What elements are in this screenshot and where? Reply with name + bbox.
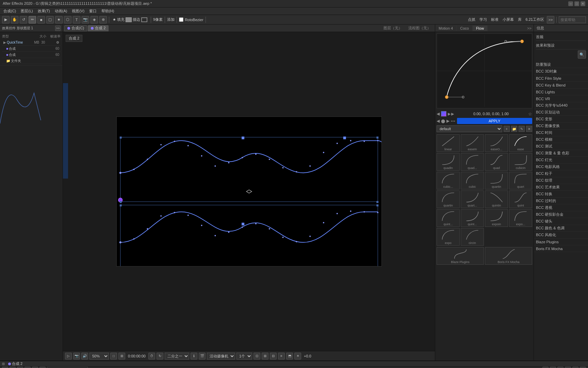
plugin-bcc-warp[interactable]: BCC 变形 [534, 116, 588, 123]
tl-btn-solo[interactable]: ◎ [2, 367, 8, 368]
tool-shape3[interactable]: ⬡ [64, 16, 71, 24]
menu-view[interactable]: 视图(V) [70, 8, 86, 14]
tool-text[interactable]: T [73, 16, 80, 24]
preset-folder[interactable]: 📁 [511, 126, 517, 132]
tl-btn-transfer[interactable]: ⇄ [542, 367, 549, 368]
preset-quad[interactable]: quad [485, 153, 508, 171]
menu-window[interactable]: 窗口 [87, 8, 99, 14]
action-small-screen[interactable]: 小屏幕 [501, 17, 515, 22]
search-input[interactable] [559, 16, 586, 23]
qt-options[interactable]: ⚙ [56, 41, 59, 44]
color-left-arrow[interactable]: ◀ [437, 111, 440, 116]
plugin-bcc-optics[interactable]: BCC 光学专\u5440 [534, 102, 588, 109]
viewer-btn-refresh[interactable]: ↻ [157, 353, 163, 359]
tl-btn-labels[interactable]: 🏷 [17, 367, 23, 368]
plugin-bcc-legacy[interactable]: BCC 过时的 [534, 198, 588, 204]
plugin-bcc-transition[interactable]: BCC 转换 [534, 191, 588, 198]
viewer-btn-audio[interactable]: 🔊 [81, 353, 88, 359]
stroke-swatch[interactable] [141, 17, 147, 22]
tab-composition[interactable]: 合成(C) [64, 25, 87, 31]
left-panel-expand[interactable]: >> [55, 26, 61, 31]
preset-expoout[interactable]: expo... [509, 209, 532, 227]
apply-button[interactable]: APPLY [457, 118, 532, 124]
viewer-btn-view1[interactable]: ⊡ [254, 353, 260, 359]
plugin-bcc-art[interactable]: BCC 艺术效果 [534, 184, 588, 191]
preset-quart[interactable]: quart [509, 172, 532, 189]
project-comp1[interactable]: ■ 合成 60 [2, 46, 61, 52]
zoom-select[interactable]: 50% 100% 25% [89, 353, 109, 359]
preset-quint[interactable]: quint [509, 190, 532, 208]
preset-linear[interactable]: linear [437, 134, 460, 152]
preset-ease[interactable]: ease [509, 134, 532, 152]
action-standard[interactable]: 标准 [490, 17, 500, 22]
tl-btn-keys[interactable]: ◆ [557, 367, 564, 368]
preset-quartin2[interactable]: quartin [437, 190, 460, 208]
tool-shape2[interactable]: ▢ [46, 16, 54, 24]
tab-coco[interactable]: Coco [457, 26, 473, 31]
project-folder[interactable]: 📁 文件夹 [2, 58, 61, 64]
viewer-btn-screenshot[interactable]: 📷 [73, 353, 80, 359]
tool-rotate[interactable]: ↺ [20, 16, 27, 24]
project-comp2[interactable]: ■ 合成 60 [2, 52, 61, 58]
plugin-bcc-key[interactable]: BCC Key & Blend [534, 82, 588, 89]
close-btn[interactable]: ✕ [581, 1, 585, 6]
preset-easein[interactable]: easeIn [461, 134, 484, 152]
preset-add[interactable]: + [504, 126, 510, 132]
plugin-bcc-blur[interactable]: BCC 模糊 [534, 136, 588, 143]
menu-help[interactable]: 帮助(H) [99, 8, 116, 14]
camera-select[interactable]: 活动摄像机 [207, 353, 235, 359]
corner-tl[interactable] [119, 137, 121, 139]
preset-quintin[interactable]: quintin [485, 190, 508, 208]
viewer-btn-clock[interactable]: ⏱ [148, 353, 155, 359]
timeline-search[interactable] [47, 367, 88, 368]
tl-btn-lock[interactable]: 🔒 [10, 367, 16, 368]
action-library[interactable]: 库 [517, 17, 523, 22]
apply-right[interactable]: ▶ [446, 119, 450, 123]
tl-btn-stretch[interactable]: ↔ [572, 367, 578, 368]
plugin-bcc-light2[interactable]: BCC 灯光 [534, 157, 588, 164]
tl-btn-shy[interactable]: ⊘ [39, 367, 46, 368]
effects-search-btn[interactable]: 🔍 [578, 50, 586, 59]
project-quicktime[interactable]: ▶ QuickTime MB 30 ⚙ [2, 40, 61, 46]
plugin-bcc-texture[interactable]: BCC 纹理 [534, 177, 588, 184]
preset-quartout[interactable]: quart... [461, 190, 484, 208]
viewer-btn-fit[interactable]: □ [110, 353, 117, 359]
tool-shape1[interactable]: ■ [37, 16, 45, 24]
color-swatch[interactable] [441, 111, 446, 117]
plugin-bcc-lights[interactable]: BCC Lights [534, 89, 588, 95]
preset-cubicin[interactable]: cubicIn [509, 153, 532, 171]
apply-left[interactable]: ◀ [437, 119, 440, 123]
color-down-arrow[interactable]: ▶ [451, 112, 454, 116]
plugin-bcc-film2[interactable]: BCC 电影风格 [534, 164, 588, 170]
viewer-btn-ram-preview[interactable]: ▷ [65, 353, 72, 359]
viewer-btn-grid[interactable]: ⊞ [118, 353, 125, 359]
viewer-btn-view3[interactable]: ⊟ [270, 353, 277, 359]
tool-camera[interactable]: 📷 [82, 16, 89, 24]
corner-br1[interactable] [376, 201, 378, 203]
plugin-bcc-vr[interactable]: BCC VR [534, 95, 588, 102]
action-workspace[interactable]: 6.21工作区 [524, 17, 545, 22]
viewer-btn-exposure[interactable]: ☀ [294, 353, 301, 359]
tool-light[interactable]: ◈ [91, 16, 98, 24]
tool-null[interactable]: ⊕ [99, 16, 107, 24]
roto-checkbox[interactable] [179, 17, 183, 22]
cp-top-mid[interactable] [242, 137, 244, 139]
plugin-bcc-stylize[interactable]: BCC 风格化 [534, 232, 588, 239]
plugin-bcc-film[interactable]: BCC Film Style [534, 75, 588, 82]
tl-btn-parent[interactable]: 🔗 [550, 367, 556, 368]
menu-animation[interactable]: 动画(A) [53, 8, 69, 14]
menu-composition[interactable]: 合成(C) [1, 8, 18, 14]
plugin-bcc-imagetransform[interactable]: BCC 图像变换 [534, 123, 588, 129]
corner-bl1[interactable] [119, 201, 121, 203]
cp-top-right[interactable] [343, 137, 346, 139]
tool-select[interactable]: ▶ [2, 16, 10, 24]
color-up-arrow[interactable]: ▶ [448, 112, 451, 116]
preset-select[interactable]: default [437, 125, 502, 132]
preset-expoin[interactable]: expoin [485, 209, 508, 227]
preset-quintin2[interactable]: quint... [437, 209, 460, 227]
plugin-bcc-measure[interactable]: BCC 测量 & 量 色彩 [534, 150, 588, 157]
tl-btn-time[interactable]: ⏱ [565, 367, 571, 368]
cp-bottom-mid[interactable] [242, 223, 244, 226]
corner-tl2[interactable] [119, 204, 121, 206]
tl-btn-more[interactable]: ☰ [580, 367, 586, 368]
